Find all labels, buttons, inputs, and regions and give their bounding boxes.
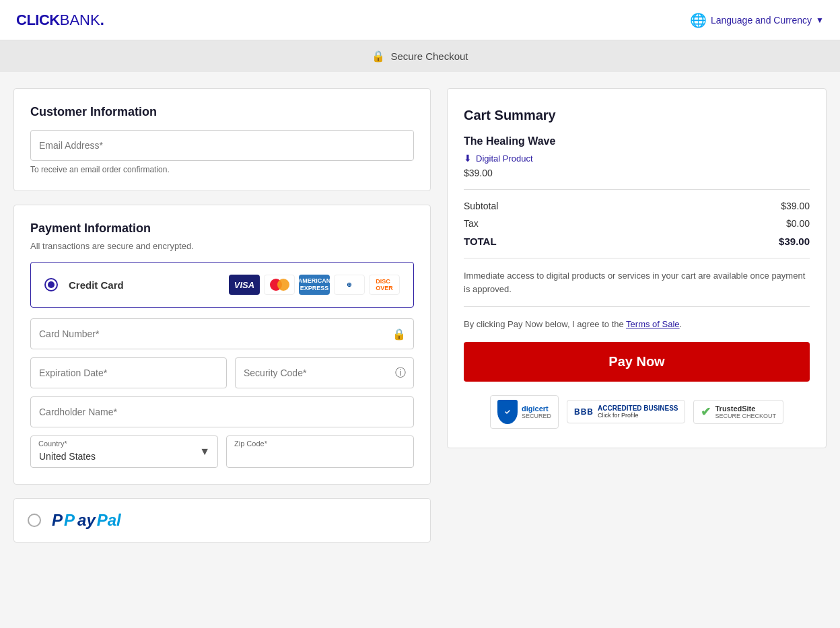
trustedsite-text: TrustedSite SECURE CHECKOUT [715, 405, 776, 419]
digicert-sub: SECURED [522, 413, 551, 419]
mastercard-icon [264, 275, 295, 295]
header: CLICKBANK. 🌐 Language and Currency ▼ [0, 0, 840, 40]
total-value: $39.00 [779, 236, 810, 247]
digicert-shield-icon [497, 400, 518, 424]
digital-product-row: ⬇ Digital Product [464, 153, 810, 164]
logo: CLICKBANK. [16, 11, 104, 29]
tax-value: $0.00 [786, 218, 810, 229]
bbb-logo-icon: BBB [574, 407, 594, 417]
card-date-security-row: ⓘ [30, 357, 414, 388]
access-note: Immediate access to digital products or … [464, 269, 810, 295]
expiration-date-input[interactable] [30, 357, 227, 388]
bbb-badge: BBB ACCREDITED BUSINESS Click for Profil… [567, 400, 685, 423]
security-code-input[interactable] [235, 357, 414, 388]
card-lock-icon: 🔒 [392, 328, 406, 341]
trustedsite-badge: ✔ TrustedSite SECURE CHECKOUT [693, 400, 783, 424]
payment-info-subtitle: All transactions are secure and encrypte… [30, 241, 414, 251]
terms-suffix: . [680, 319, 682, 329]
payment-info-title: Payment Information [30, 221, 414, 236]
amex-icon: AMERICANEXPRESS [299, 275, 330, 295]
visa-icon: VISA [229, 275, 260, 295]
pay-now-button[interactable]: Pay Now [464, 342, 810, 382]
credit-card-option[interactable]: Credit Card VISA AMERICANEXPRESS ⊕ DISCO… [30, 262, 414, 308]
trustedsite-check-icon: ✔ [701, 405, 711, 419]
payment-info-section: Payment Information All transactions are… [13, 205, 431, 485]
country-zip-row: Country* United States ▼ Zip Code* [30, 435, 414, 468]
subtotal-row: Subtotal $39.00 [464, 201, 810, 211]
left-panel: Customer Information To receive an email… [13, 88, 431, 543]
paypal-name2: Pal [97, 511, 121, 530]
customer-info-title: Customer Information [30, 105, 414, 119]
chevron-down-icon: ▼ [816, 15, 824, 25]
paypal-p2-icon: P [64, 511, 75, 530]
card-number-wrapper: 🔒 [30, 318, 414, 349]
total-label: TOTAL [464, 236, 497, 247]
security-code-wrapper: ⓘ [235, 357, 414, 388]
trustedsite-name: TrustedSite [715, 405, 776, 413]
paypal-radio[interactable] [28, 514, 41, 527]
language-currency-label: Language and Currency [711, 15, 812, 26]
digicert-text: digicert SECURED [522, 405, 551, 419]
globe-icon: 🌐 [690, 12, 707, 28]
paypal-p-icon: P [52, 511, 63, 530]
terms-of-sale-link[interactable]: Terms of Sale [626, 319, 679, 329]
diners-icon: ⊕ [334, 275, 365, 295]
customer-info-section: Customer Information To receive an email… [13, 88, 431, 191]
country-label: Country* [38, 440, 67, 448]
terms-text: By clicking Pay Now below, I agree to th… [464, 318, 810, 331]
trustedsite-sub: SECURE CHECKOUT [715, 413, 776, 419]
bbb-text: ACCREDITED BUSINESS Click for Profile [598, 405, 678, 419]
cart-title: Cart Summary [464, 108, 810, 123]
terms-prefix: By clicking Pay Now below, I agree to th… [464, 319, 626, 329]
security-code-info-icon[interactable]: ⓘ [395, 366, 406, 380]
divider-3 [464, 306, 810, 307]
main-content: Customer Information To receive an email… [0, 72, 840, 559]
digicert-name: digicert [522, 405, 551, 413]
digicert-badge: digicert SECURED [490, 395, 559, 429]
bbb-accredited-label: ACCREDITED BUSINESS [598, 405, 678, 412]
divider-1 [464, 189, 810, 190]
card-icons: VISA AMERICANEXPRESS ⊕ DISCOVER [229, 275, 400, 295]
download-icon: ⬇ [464, 153, 472, 164]
digital-product-label: Digital Product [476, 153, 533, 164]
paypal-section: P P ayPal [13, 498, 431, 543]
paypal-logo: P P ayPal [52, 511, 121, 530]
product-name: The Healing Wave [464, 135, 810, 147]
credit-card-radio[interactable] [44, 278, 58, 291]
secure-banner: 🔒 Secure Checkout [0, 40, 840, 72]
trust-badges: digicert SECURED BBB ACCREDITED BUSINESS… [464, 395, 810, 429]
lock-icon: 🔒 [372, 50, 385, 63]
subtotal-value: $39.00 [781, 201, 810, 211]
divider-2 [464, 258, 810, 258]
card-number-input[interactable] [30, 318, 414, 349]
tax-label: Tax [464, 218, 479, 229]
product-price: $39.00 [464, 168, 810, 178]
logo-dot: . [100, 11, 104, 29]
total-row: TOTAL $39.00 [464, 236, 810, 247]
tax-row: Tax $0.00 [464, 218, 810, 229]
bbb-click-label: Click for Profile [598, 412, 678, 419]
logo-bank: BANK [60, 11, 100, 29]
cart-card: Cart Summary The Healing Wave ⬇ Digital … [447, 88, 827, 448]
secure-checkout-label: Secure Checkout [390, 50, 468, 62]
email-field[interactable] [30, 130, 414, 161]
paypal-name: ay [77, 511, 96, 530]
card-form: 🔒 ⓘ Country* United States [30, 318, 414, 468]
country-wrapper: Country* United States ▼ [30, 435, 218, 468]
cardholder-name-input[interactable] [30, 396, 414, 427]
discover-icon: DISCOVER [369, 275, 400, 295]
bbb-logo-area: BBB [574, 407, 594, 417]
email-hint: To receive an email order confirmation. [30, 165, 414, 174]
logo-click: CLICK [16, 11, 60, 29]
credit-card-label: Credit Card [69, 279, 124, 291]
zip-wrapper: Zip Code* [226, 435, 414, 468]
right-panel: Cart Summary The Healing Wave ⬇ Digital … [447, 88, 827, 543]
paypal-option[interactable]: P P ayPal [28, 511, 417, 530]
zip-label: Zip Code* [234, 440, 267, 448]
language-currency-button[interactable]: 🌐 Language and Currency ▼ [690, 12, 824, 28]
subtotal-label: Subtotal [464, 201, 498, 211]
